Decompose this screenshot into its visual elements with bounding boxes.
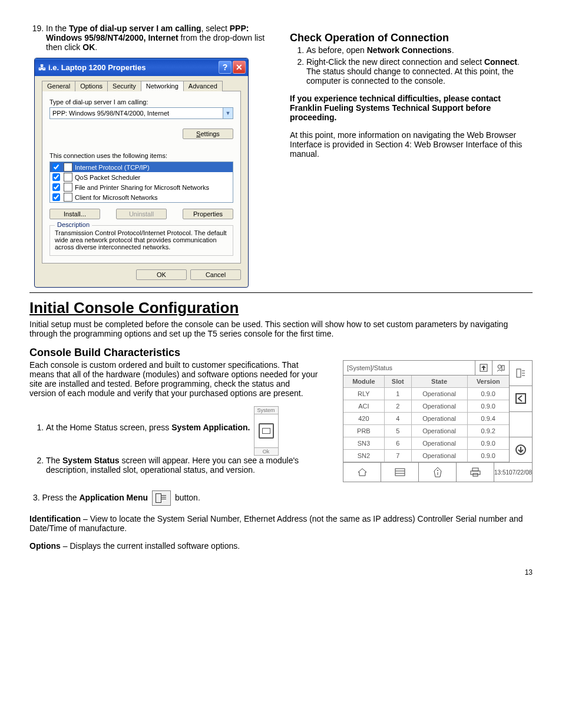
- chevron-down-icon[interactable]: ▼: [223, 108, 233, 118]
- tab-networking[interactable]: Networking: [141, 81, 184, 91]
- svg-rect-7: [516, 394, 525, 403]
- protocol-icon: [64, 163, 72, 172]
- col-slot: Slot: [384, 375, 411, 388]
- status-table: Module Slot State Version RLY1Operationa…: [343, 375, 509, 462]
- list-item[interactable]: Client for Microsoft Networks: [50, 192, 233, 202]
- console-step2: The System Status screen will appear. He…: [46, 456, 376, 475]
- user-icon[interactable]: [492, 361, 509, 375]
- svg-rect-14: [472, 468, 478, 471]
- col-module: Module: [343, 375, 384, 388]
- protocol-icon: [64, 183, 72, 192]
- table-row: ACI2Operational0.9.0: [343, 400, 509, 413]
- table-row: 4204Operational0.9.4: [343, 413, 509, 425]
- ok-button[interactable]: OK: [136, 269, 187, 280]
- page-number: 13: [29, 568, 533, 577]
- check-op-step2: Right-Click the new direct connection an…: [306, 57, 533, 85]
- description-legend: Description: [55, 221, 92, 228]
- protocol-list[interactable]: Internet Protocol (TCP/IP) QoS Packet Sc…: [49, 162, 233, 203]
- description-group: Description Transmission Control Protoco…: [49, 225, 233, 256]
- system-application-button[interactable]: System Ok: [254, 406, 279, 456]
- checkbox[interactable]: [52, 193, 60, 201]
- init-config-para: Initial setup must be completed before t…: [29, 319, 533, 338]
- list-item[interactable]: QoS Packet Scheduler: [50, 172, 233, 182]
- ok-label: Ok: [254, 447, 278, 455]
- help-icon[interactable]: ?: [219, 61, 232, 74]
- checkbox[interactable]: [52, 183, 60, 191]
- print-icon[interactable]: [457, 463, 494, 482]
- breadcrumb: [System]/Status: [343, 364, 475, 371]
- uninstall-button: Uninstall: [116, 209, 167, 219]
- cancel-button[interactable]: Cancel: [190, 269, 241, 280]
- check-op-step1: As before, open Network Connections.: [306, 45, 533, 55]
- items-label: This connection uses the following items…: [49, 152, 233, 159]
- home-icon[interactable]: [343, 463, 381, 482]
- tab-security[interactable]: Security: [107, 81, 141, 91]
- check-op-title: Check Operation of Connection: [290, 32, 533, 44]
- dropdown-value: PPP: Windows 95/98/NT4/2000, Internet: [50, 110, 223, 117]
- tab-general[interactable]: General: [42, 81, 75, 91]
- dialog-titlebar: 🖧 i.e. Laptop 1200 Properties ? ✕: [35, 58, 248, 76]
- application-menu-icon[interactable]: [152, 490, 171, 506]
- protocol-icon: [64, 173, 72, 182]
- window-icon: 🖧: [38, 63, 46, 72]
- down-icon[interactable]: [510, 437, 532, 462]
- tab-advanced[interactable]: Advanced: [183, 81, 223, 91]
- protocol-icon: [64, 193, 72, 202]
- table-row: SN36Operational0.9.0: [343, 437, 509, 450]
- warning-text: If you experience technical difficulties…: [290, 94, 533, 122]
- up-icon[interactable]: [475, 361, 492, 375]
- checkbox[interactable]: [52, 173, 60, 181]
- options-para: Options – Displays the current installed…: [29, 541, 533, 551]
- app-menu-icon[interactable]: [510, 361, 532, 386]
- table-row: PRB5Operational0.9.2: [343, 425, 509, 437]
- dialog-tabs: General Options Security Networking Adva…: [42, 81, 241, 91]
- svg-rect-9: [395, 469, 405, 476]
- table-row: SN27Operational0.9.0: [343, 450, 509, 462]
- system-icon: [259, 423, 274, 439]
- svg-rect-2: [502, 365, 504, 370]
- description-text: Transmission Control Protocol/Internet P…: [55, 229, 228, 251]
- svg-point-1: [498, 365, 501, 368]
- svg-rect-15: [471, 471, 480, 475]
- back-icon[interactable]: [510, 386, 532, 411]
- properties-dialog: 🖧 i.e. Laptop 1200 Properties ? ✕ Genera…: [34, 58, 249, 288]
- dialog-title: i.e. Laptop 1200 Properties: [48, 63, 146, 72]
- init-config-title: Initial Console Configuration: [29, 299, 533, 317]
- system-label: System: [254, 407, 278, 414]
- identification-para: Identification – View to locate the Syst…: [29, 514, 533, 533]
- close-icon[interactable]: ✕: [233, 61, 246, 74]
- console-build-title: Console Build Characteristics: [29, 347, 533, 359]
- info-icon[interactable]: [419, 463, 457, 482]
- properties-button[interactable]: Properties: [183, 209, 233, 219]
- list-item[interactable]: Internet Protocol (TCP/IP): [50, 162, 233, 172]
- col-state: State: [411, 375, 467, 388]
- svg-rect-3: [517, 369, 521, 377]
- settings-button[interactable]: Settings: [183, 129, 233, 139]
- tab-options[interactable]: Options: [75, 81, 108, 91]
- install-button[interactable]: Install...: [49, 209, 100, 219]
- blank-side: [510, 412, 532, 437]
- checkbox[interactable]: [52, 163, 60, 171]
- console-step1: At the Home Status screen, press System …: [46, 423, 250, 432]
- clock-readout: 13:5107/22/08: [494, 463, 532, 482]
- system-status-screen: [System]/Status Module Slot State Versio…: [343, 360, 533, 482]
- console-build-para: Each console is custom ordered and built…: [29, 360, 318, 398]
- list-icon[interactable]: [381, 463, 419, 482]
- col-version: Version: [467, 375, 509, 388]
- table-row: RLY1Operational0.9.0: [343, 388, 509, 400]
- console-step3: 3. Press the Application Menu button.: [31, 490, 533, 506]
- instruction-19: In the Type of dial-up server I am calli…: [46, 24, 272, 52]
- browser-info: At this point, more information on navig…: [290, 130, 533, 159]
- server-type-label: Type of dial-up server I am calling:: [49, 98, 233, 106]
- list-item[interactable]: File and Printer Sharing for Microsoft N…: [50, 182, 233, 192]
- server-type-dropdown[interactable]: PPP: Windows 95/98/NT4/2000, Internet ▼: [49, 107, 233, 119]
- svg-point-12: [437, 470, 438, 471]
